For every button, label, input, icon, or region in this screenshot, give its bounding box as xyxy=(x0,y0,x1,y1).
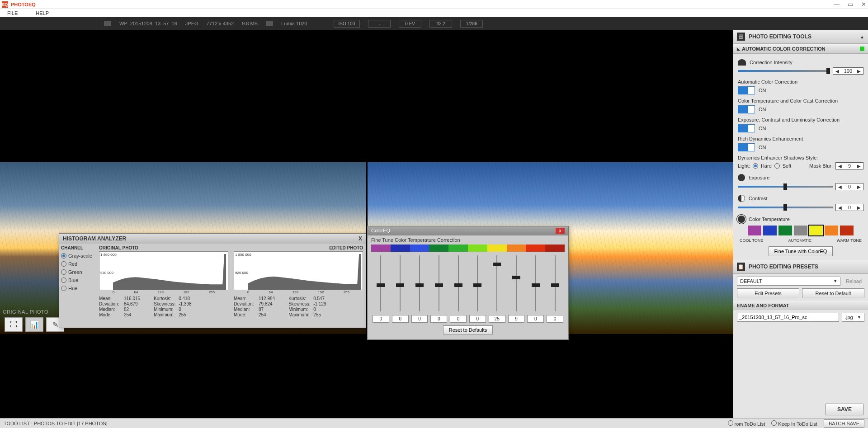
intensity-slider[interactable] xyxy=(738,70,830,72)
colortemp-swatch-5[interactable] xyxy=(825,226,838,235)
auto-toggle[interactable] xyxy=(738,86,755,94)
crop-tool-button[interactable]: ⛶ xyxy=(5,317,23,332)
reset-default-button[interactable]: Reset to Default xyxy=(802,288,864,298)
coloreq-reset-button[interactable]: Reset to Defaults xyxy=(443,325,493,334)
presets-header[interactable]: 📋 PHOTO EDITING PRESETS xyxy=(733,260,868,274)
ceq-slider-1[interactable] xyxy=(391,254,410,313)
maximize-button[interactable]: ▭ xyxy=(848,1,853,8)
ceq-slider-8[interactable] xyxy=(526,254,545,313)
ceq-slider-4[interactable] xyxy=(448,254,468,313)
save-button[interactable]: SAVE xyxy=(826,404,863,415)
exposure-stepper[interactable]: ◀0▶ xyxy=(835,183,863,190)
channel-red[interactable] xyxy=(61,261,66,267)
ceq-value-9[interactable]: 0 xyxy=(547,315,563,323)
app-logo-icon: EQ xyxy=(2,1,8,8)
ext-combo[interactable]: .jpg▼ xyxy=(842,313,864,322)
rich-toggle[interactable] xyxy=(738,143,755,151)
channel-gray[interactable] xyxy=(61,253,66,259)
soft-radio[interactable] xyxy=(774,163,780,169)
histogram-tool-button[interactable]: 📊 xyxy=(25,317,43,332)
colortemp-swatch-1[interactable] xyxy=(763,226,777,235)
contrast-slider[interactable] xyxy=(738,207,833,208)
ceq-value-5[interactable]: 0 xyxy=(469,315,486,323)
info-dash: - xyxy=(368,20,391,28)
filename-input[interactable] xyxy=(737,313,839,322)
menu-help[interactable]: HELP xyxy=(36,10,49,16)
ceq-value-3[interactable]: 0 xyxy=(430,315,447,323)
colortemp-swatch-6[interactable] xyxy=(840,226,854,235)
ceq-color-3 xyxy=(429,245,448,252)
minimize-button[interactable]: — xyxy=(834,1,840,8)
ceq-value-1[interactable]: 0 xyxy=(392,315,409,323)
menu-bar: FILE HELP xyxy=(0,9,868,17)
ceq-value-4[interactable]: 0 xyxy=(450,315,467,323)
remove-radio[interactable] xyxy=(728,420,733,426)
ceq-slider-3[interactable] xyxy=(429,254,448,313)
exposure-slider[interactable] xyxy=(738,186,833,188)
coloreq-close[interactable]: x xyxy=(556,228,565,234)
info-filename: WP_20151208_13_57_16 xyxy=(119,21,177,26)
collapse-icon[interactable]: ▲ xyxy=(860,34,864,39)
ceq-color-2 xyxy=(410,245,429,252)
ceq-slider-7[interactable] xyxy=(507,254,526,313)
ceq-value-7[interactable]: 9 xyxy=(508,315,525,323)
ceq-slider-9[interactable] xyxy=(545,254,565,313)
hard-radio[interactable] xyxy=(753,163,758,169)
ceq-color-7 xyxy=(507,245,526,252)
ceq-slider-2[interactable] xyxy=(410,254,429,313)
info-iso: ISO 100 xyxy=(334,20,360,28)
channel-hue[interactable] xyxy=(61,286,66,291)
ceq-value-2[interactable]: 0 xyxy=(411,315,428,323)
colortemp-swatch-2[interactable] xyxy=(778,226,792,235)
app-title: PHOTOEQ xyxy=(11,2,36,7)
histogram-original-graph: 1 860 000 930 000 xyxy=(99,251,228,290)
ceq-slider-0[interactable] xyxy=(371,254,391,313)
image-icon xyxy=(104,21,111,26)
edit-presets-button[interactable]: Edit Presets xyxy=(737,288,799,298)
info-dimensions: 7712 x 4352 xyxy=(207,21,234,26)
intensity-stepper[interactable]: ◀100▶ xyxy=(833,67,863,75)
ceq-value-6[interactable]: 25 xyxy=(489,315,505,323)
exposure-icon xyxy=(738,174,745,181)
colortemp-swatch-4[interactable] xyxy=(809,226,823,235)
title-bar: EQ PHOTOEQ — ▭ ✕ xyxy=(0,0,868,9)
contrast-stepper[interactable]: ◀0▶ xyxy=(835,204,863,211)
ceq-color-6 xyxy=(487,245,507,252)
exposure-toggle[interactable] xyxy=(738,124,755,132)
maskblur-stepper[interactable]: ◀9▶ xyxy=(835,162,863,169)
ceq-slider-5[interactable] xyxy=(468,254,487,313)
acc-section-header[interactable]: ◣ AUTOMATIC COLOR CORRECTION xyxy=(733,44,868,54)
presets-icon: 📋 xyxy=(737,263,745,271)
coloreq-dialog: ColorEQx Fine Tune Color Temperature Cor… xyxy=(367,226,569,340)
finetune-button[interactable]: Fine Tune with ColorEQ xyxy=(769,246,833,256)
close-button[interactable]: ✕ xyxy=(861,1,866,8)
ceq-slider-6[interactable] xyxy=(487,254,507,313)
temp-toggle[interactable] xyxy=(738,105,755,113)
contrast-icon xyxy=(738,195,745,202)
acc-status-led xyxy=(860,47,864,51)
right-panel: ☰ PHOTO EDITING TOOLS ▲ ◣ AUTOMATIC COLO… xyxy=(733,30,868,418)
ceq-value-8[interactable]: 0 xyxy=(527,315,544,323)
ceq-color-5 xyxy=(468,245,487,252)
todo-list-label[interactable]: TODO LIST : PHOTOS TO EDIT [17 PHOTOS] xyxy=(4,421,108,426)
colortemp-swatch-3[interactable] xyxy=(794,226,807,235)
colortemp-icon xyxy=(738,216,745,223)
ceq-color-0 xyxy=(371,245,391,252)
channel-green[interactable] xyxy=(61,269,66,275)
histogram-close[interactable]: X xyxy=(359,235,362,242)
histogram-analyzer: HISTOGRAM ANALYZERX CHANNEL Gray-scale R… xyxy=(59,233,366,328)
channel-blue[interactable] xyxy=(61,277,66,283)
reload-link[interactable]: Reload xyxy=(843,277,864,285)
colortemp-swatch-0[interactable] xyxy=(748,226,761,235)
tools-header[interactable]: ☰ PHOTO EDITING TOOLS ▲ xyxy=(733,30,868,44)
ceq-value-0[interactable]: 0 xyxy=(373,315,389,323)
menu-file[interactable]: FILE xyxy=(7,10,18,16)
ceq-color-4 xyxy=(448,245,468,252)
info-shutter: 1/286 xyxy=(460,20,483,28)
keep-radio[interactable] xyxy=(771,420,777,426)
camera-icon xyxy=(266,21,273,26)
batch-save-button[interactable]: BATCH SAVE xyxy=(824,419,864,428)
info-camera: Lumia 1020 xyxy=(281,21,307,26)
preset-combo[interactable]: DEFAULT▼ xyxy=(737,277,840,286)
gauge-icon xyxy=(738,59,746,66)
